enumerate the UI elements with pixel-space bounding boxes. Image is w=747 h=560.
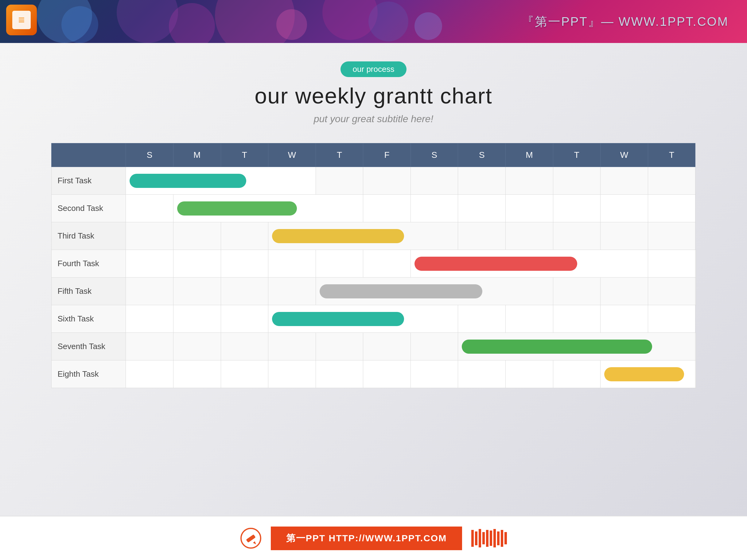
title-section: our process our weekly grantt chart put … — [25, 61, 722, 125]
fourth-task-bar — [414, 257, 577, 271]
col-t4: T — [648, 143, 695, 167]
bar-cell — [173, 195, 363, 222]
table-row: Eighth Task — [51, 360, 696, 388]
col-s3: S — [458, 143, 506, 167]
main-content: our process our weekly grantt chart put … — [0, 43, 747, 516]
bar-cell — [268, 222, 458, 250]
header-title: 『第一PPT』— WWW.1PPT.COM — [522, 13, 728, 30]
bar-cell — [268, 305, 458, 333]
col-s2: S — [411, 143, 458, 167]
app-logo — [6, 5, 37, 35]
eighth-task-bar — [604, 367, 684, 381]
bar-cell — [316, 278, 553, 305]
table-row: Third Task — [51, 222, 696, 250]
col-s1: S — [126, 143, 174, 167]
bar-cell — [411, 250, 648, 278]
header: 『第一PPT』— WWW.1PPT.COM — [0, 0, 747, 43]
bar-cell — [600, 360, 695, 388]
col-t1: T — [221, 143, 268, 167]
pencil-icon — [240, 528, 262, 549]
col-t2: T — [316, 143, 363, 167]
task-name: Second Task — [51, 195, 126, 222]
col-w2: W — [600, 143, 648, 167]
task-name: Sixth Task — [51, 305, 126, 333]
task-name: Seventh Task — [51, 333, 126, 360]
task-name: Eighth Task — [51, 360, 126, 388]
second-task-bar — [177, 201, 297, 215]
table-row: Sixth Task — [51, 305, 696, 333]
process-badge: our process — [340, 61, 407, 77]
gantt-header-row: S M T W T F S S M T W T — [51, 143, 696, 167]
gantt-body: First Task Second Task — [51, 167, 696, 388]
bar-cell — [458, 333, 695, 360]
svg-marker-2 — [253, 541, 256, 544]
gantt-table: S M T W T F S S M T W T First Task — [51, 143, 696, 388]
page-subtitle: put your great subtitle here! — [25, 113, 722, 125]
gantt-chart: S M T W T F S S M T W T First Task — [51, 143, 696, 388]
col-f1: F — [363, 143, 411, 167]
col-m1: M — [173, 143, 221, 167]
task-name: First Task — [51, 167, 126, 195]
footer: 第一PPT HTTP://WWW.1PPT.COM — [0, 516, 747, 560]
table-row: Second Task — [51, 195, 696, 222]
seventh-task-bar — [462, 339, 652, 354]
fifth-task-bar — [319, 284, 482, 299]
task-name: Fourth Task — [51, 250, 126, 278]
barcode-icon — [471, 529, 507, 548]
footer-text: 第一PPT HTTP://WWW.1PPT.COM — [271, 527, 462, 550]
table-row: Seventh Task — [51, 333, 696, 360]
task-name: Fifth Task — [51, 278, 126, 305]
col-t3: T — [553, 143, 600, 167]
table-row: First Task — [51, 167, 696, 195]
table-row: Fourth Task — [51, 250, 696, 278]
task-col-header — [51, 143, 126, 167]
table-row: Fifth Task — [51, 278, 696, 305]
first-task-bar — [130, 174, 246, 188]
svg-rect-1 — [246, 534, 255, 542]
third-task-bar — [272, 229, 404, 243]
sixth-task-bar — [272, 312, 404, 326]
task-name: Third Task — [51, 222, 126, 250]
col-w1: W — [268, 143, 316, 167]
bar-cell — [126, 167, 316, 195]
col-m2: M — [506, 143, 553, 167]
page-title: our weekly grantt chart — [25, 83, 722, 108]
